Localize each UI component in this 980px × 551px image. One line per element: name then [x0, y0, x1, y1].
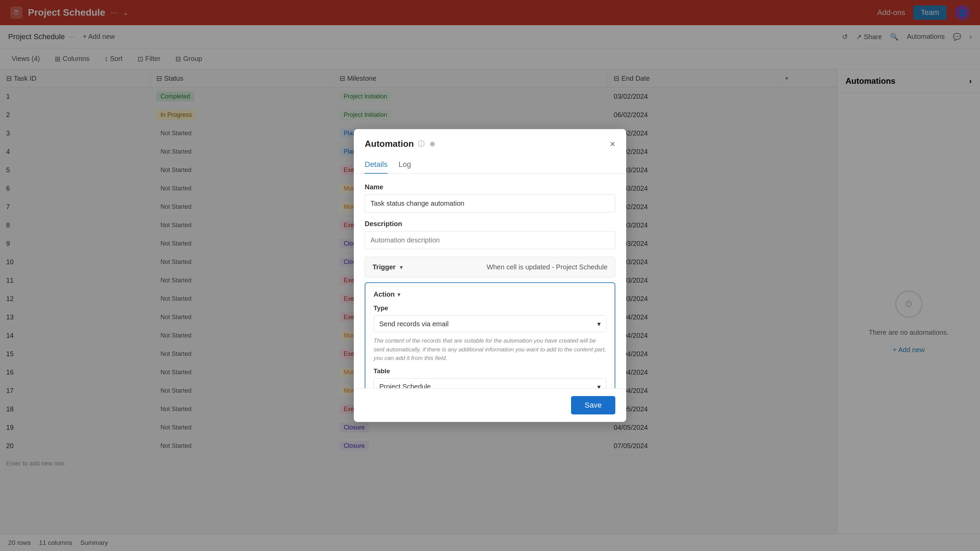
- modal-body: Name Description Trigger ▾ When cell is …: [354, 174, 626, 388]
- action-label: Action: [374, 290, 395, 298]
- type-chevron-icon: ▾: [597, 320, 601, 328]
- automation-modal: Automation ⓘ × Details Log Name Descript…: [354, 129, 626, 422]
- save-button[interactable]: Save: [571, 396, 615, 414]
- name-label: Name: [365, 183, 615, 191]
- table-select[interactable]: Project Schedule ▾: [374, 378, 606, 389]
- desc-input[interactable]: [365, 231, 615, 249]
- type-value: Send records via email: [379, 320, 449, 328]
- type-label: Type: [374, 304, 606, 312]
- trigger-block[interactable]: Trigger ▾ When cell is updated - Project…: [365, 257, 615, 277]
- trigger-chevron-icon: ▾: [400, 264, 403, 271]
- table-value: Project Schedule: [379, 383, 431, 388]
- trigger-label: Trigger: [372, 263, 396, 271]
- type-select[interactable]: Send records via email ▾: [374, 315, 606, 332]
- table-label: Table: [374, 368, 606, 375]
- modal-tabs: Details Log: [354, 156, 626, 174]
- action-header: Action ▾: [374, 290, 606, 298]
- modal-title: Automation: [365, 139, 414, 149]
- trigger-value: When cell is updated - Project Schedule: [487, 263, 608, 271]
- modal-overlay: Automation ⓘ × Details Log Name Descript…: [0, 0, 980, 551]
- action-chevron-icon[interactable]: ▾: [398, 291, 401, 298]
- modal-close-button[interactable]: ×: [610, 139, 615, 149]
- modal-header: Automation ⓘ ×: [354, 129, 626, 156]
- table-chevron-icon: ▾: [597, 383, 601, 389]
- name-input[interactable]: [365, 194, 615, 212]
- status-dot: [430, 142, 435, 147]
- modal-footer: Save: [354, 388, 626, 422]
- desc-label: Description: [365, 220, 615, 228]
- action-block: Action ▾ Type Send records via email ▾ T…: [365, 282, 615, 388]
- tab-log[interactable]: Log: [398, 156, 411, 174]
- tab-details[interactable]: Details: [365, 156, 388, 174]
- helper-text: The content of the records that are suit…: [374, 336, 606, 363]
- info-icon[interactable]: ⓘ: [418, 139, 425, 148]
